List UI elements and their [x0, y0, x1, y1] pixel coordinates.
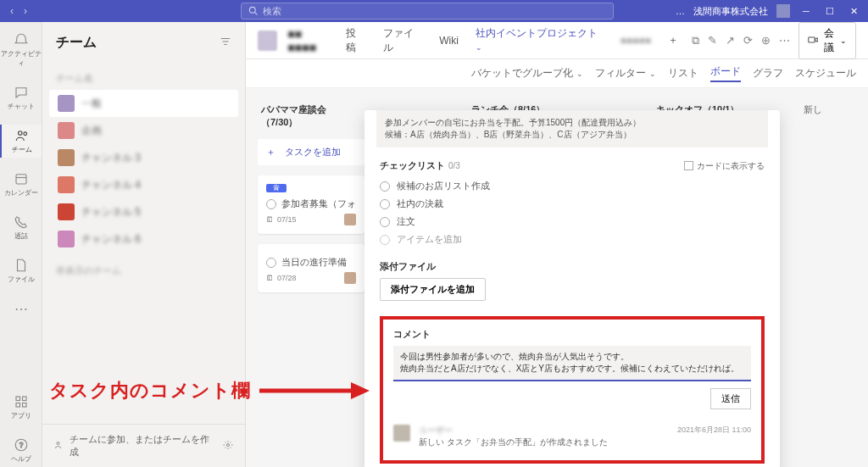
filter-icon[interactable] [220, 36, 231, 51]
settings-icon[interactable] [223, 440, 233, 452]
svg-point-16 [227, 444, 230, 447]
task-detail-modal: 参加メンバーの自宅にお弁当を手配。予算1500円（配達費用込み） 候補：A店（焼… [364, 110, 780, 467]
svg-point-2 [18, 131, 22, 136]
channel-item[interactable]: チャンネル 4 [49, 171, 238, 198]
filter-option[interactable]: フィルター⌄ [595, 66, 656, 81]
channel-item[interactable]: 企画 [49, 117, 238, 144]
tab-files[interactable]: ファイル [380, 22, 426, 65]
channel-name: ■■ ■■■■ [287, 27, 332, 54]
comment-textarea[interactable]: 今回は男性参加者が多いので、焼肉弁当が人気出そうです。 焼肉弁当だとA店だけでな… [393, 346, 751, 381]
rail-chat[interactable]: チャット [0, 81, 42, 114]
meet-button[interactable]: 会議 ⌄ [798, 22, 856, 59]
svg-point-0 [249, 7, 255, 13]
task-card[interactable]: 当日の進行準備 🗓07/28 [258, 244, 364, 292]
fullscreen-icon[interactable]: ↗ [726, 34, 735, 47]
add-tab-button[interactable]: ＋ [665, 23, 682, 58]
task-card-title: 当日の進行準備 [281, 256, 347, 269]
tag-blue: 青 [266, 184, 287, 192]
svg-rect-8 [16, 403, 20, 408]
forward-icon[interactable]: › [24, 5, 27, 17]
complete-circle-icon[interactable] [266, 258, 276, 268]
chevron-down-icon: ⌄ [840, 36, 847, 45]
org-name: 浅間商事株式会社 [693, 5, 768, 18]
channel-item[interactable]: チャンネル 5 [49, 198, 238, 225]
rail-apps[interactable]: アプリ [0, 391, 42, 424]
minimize-button[interactable]: ─ [798, 6, 814, 16]
refresh-icon[interactable]: ⟳ [743, 34, 753, 47]
popout-icon[interactable]: ⧉ [692, 34, 699, 47]
gear-icon [54, 440, 64, 452]
show-on-card-checkbox[interactable]: カードに表示する [684, 160, 765, 172]
channel-item[interactable]: チャンネル 6 [49, 225, 238, 253]
rail-activity[interactable]: アクティビティ [0, 29, 42, 71]
add-attachment-button[interactable]: 添付ファイルを追加 [380, 278, 486, 301]
channel-item[interactable]: チャンネル 3 [49, 144, 238, 171]
activity-time: 2021年6月28日 11:00 [677, 425, 751, 448]
circle-icon[interactable] [380, 199, 390, 209]
comment-header: コメント [393, 328, 751, 341]
task-card-title: 参加者募集（フォ [281, 197, 356, 210]
calendar-icon: 🗓 [266, 274, 274, 282]
complete-circle-icon[interactable] [266, 199, 276, 209]
svg-point-3 [23, 132, 26, 136]
add-checklist-item[interactable]: アイテムを追加 [380, 231, 765, 248]
channel-item[interactable]: 一般 [49, 90, 238, 117]
teams-panel-title: チーム [56, 34, 97, 52]
avatar[interactable] [776, 4, 790, 18]
view-board[interactable]: ボード [710, 64, 741, 82]
search-input[interactable]: 検索 [241, 3, 614, 19]
hidden-teams-label[interactable]: 非表示のチーム [49, 259, 238, 282]
channel-icon [258, 31, 277, 51]
svg-rect-9 [22, 403, 26, 408]
group-by-bucket[interactable]: バケットでグループ化⌄ [471, 66, 583, 81]
svg-line-1 [255, 12, 258, 14]
header-ellipsis[interactable]: … [676, 6, 685, 16]
bucket-title[interactable]: パパママ座談会（7/30） [258, 98, 364, 134]
tab-project[interactable]: 社内イベントプロジェクト ⌄ [472, 22, 607, 64]
back-icon[interactable]: ‹ [10, 5, 14, 17]
close-button[interactable]: ✕ [846, 6, 861, 17]
tab-other[interactable]: ■■■■■ [617, 25, 654, 57]
checklist-header: チェックリスト 0/3 カードに表示する [380, 159, 765, 172]
tab-wiki[interactable]: Wiki [436, 25, 462, 57]
rail-calls[interactable]: 通話 [0, 211, 42, 244]
tab-posts[interactable]: 投稿 [342, 22, 369, 65]
annotation-callout: タスク内のコメント欄 [49, 378, 370, 403]
checklist-item[interactable]: 候補のお店リスト作成 [380, 177, 765, 195]
maximize-button[interactable]: ☐ [822, 6, 837, 17]
view-chart[interactable]: グラフ [753, 66, 783, 81]
rail-help[interactable]: ? ヘルプ [0, 434, 42, 467]
svg-rect-17 [809, 37, 815, 42]
circle-icon[interactable] [380, 181, 390, 192]
rail-more[interactable]: ⋯ [0, 297, 42, 320]
arrow-icon [259, 381, 370, 401]
rail-teams[interactable]: チーム [0, 125, 42, 158]
assignee-avatar [344, 272, 356, 284]
board-toolbar: バケットでグループ化⌄ フィルター⌄ リスト ボード グラフ スケジュール [246, 59, 868, 88]
attachments-header: 添付ファイル [380, 260, 765, 273]
more-icon[interactable]: ⋯ [779, 34, 790, 47]
checklist-item[interactable]: 注文 [380, 213, 765, 231]
svg-point-15 [57, 442, 59, 445]
assignee-avatar [344, 214, 356, 225]
task-description[interactable]: 参加メンバーの自宅にお弁当を手配。予算1500円（配達費用込み） 候補：A店（焼… [376, 110, 768, 147]
camera-icon [808, 35, 818, 47]
website-icon[interactable]: ⊕ [761, 34, 771, 47]
rail-calendar[interactable]: カレンダー [0, 168, 42, 201]
chevron-down-icon: ⌄ [476, 43, 482, 52]
checklist-item[interactable]: 社内の決裁 [380, 195, 765, 213]
add-bucket[interactable]: 新し [800, 98, 856, 292]
link-icon[interactable]: ✎ [708, 34, 717, 47]
view-list[interactable]: リスト [668, 66, 698, 81]
circle-icon [380, 235, 390, 245]
team-group-label[interactable]: チーム名 [49, 67, 238, 90]
add-task-button[interactable]: ＋ タスクを追加 [258, 139, 364, 165]
join-create-team[interactable]: チームに参加、またはチームを作成 [42, 424, 245, 467]
circle-icon[interactable] [380, 217, 390, 227]
svg-text:?: ? [19, 442, 23, 449]
view-schedule[interactable]: スケジュール [795, 66, 856, 81]
rail-files[interactable]: ファイル [0, 254, 42, 287]
svg-marker-19 [351, 382, 370, 399]
send-button[interactable]: 送信 [710, 388, 751, 409]
task-card[interactable]: 青 参加者募集（フォ 🗓07/15 [258, 175, 364, 234]
